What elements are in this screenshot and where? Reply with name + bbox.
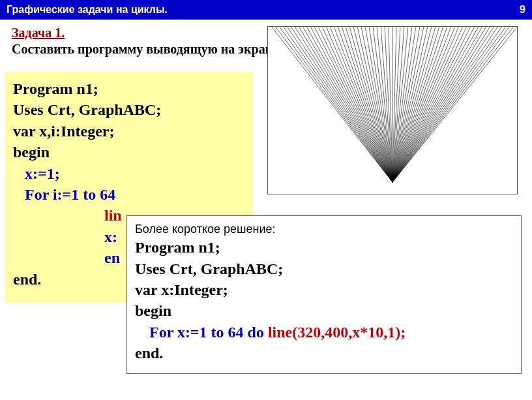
code-line: begin	[135, 300, 513, 321]
code-fragment: For i:=1 to 64	[25, 186, 115, 203]
svg-line-50	[392, 27, 466, 183]
svg-line-10	[311, 27, 392, 183]
code-line: Program n1;	[135, 237, 513, 258]
code-line: begin	[13, 142, 245, 162]
shorter-solution-caption: Более короткое решение:	[135, 221, 513, 237]
svg-line-52	[392, 27, 474, 183]
fan-svg	[268, 27, 517, 194]
svg-line-47	[392, 27, 455, 183]
svg-line-62	[392, 27, 513, 183]
code-line: Uses Crt, GraphABC;	[13, 99, 245, 120]
svg-line-7	[299, 27, 392, 183]
svg-line-6	[295, 27, 392, 183]
svg-line-17	[338, 27, 392, 183]
code-line: x:=1;	[13, 163, 245, 184]
code-line: end.	[135, 343, 513, 363]
svg-line-0	[272, 27, 392, 183]
code-block-2: Более короткое решение: Program n1; Uses…	[126, 215, 522, 374]
code-line: For i:=1 to 64	[13, 184, 245, 205]
svg-line-63	[392, 27, 517, 183]
page-header: Графические задачи на циклы. 9	[0, 0, 532, 20]
code-line: Program n1;	[13, 78, 245, 99]
code-line: Uses Crt, GraphABC;	[135, 258, 513, 279]
svg-line-56	[392, 27, 490, 183]
svg-line-46	[392, 27, 451, 183]
svg-line-5	[291, 27, 392, 183]
svg-line-55	[392, 27, 486, 183]
task-number: Задача 1.	[12, 25, 65, 40]
svg-line-13	[323, 27, 392, 183]
code-line: For x:=1 to 64 do line(320,400,x*10,1);	[135, 322, 513, 343]
code-line: var x,i:Integer;	[13, 121, 245, 142]
svg-line-16	[334, 27, 392, 183]
svg-line-45	[392, 27, 447, 183]
svg-line-57	[392, 27, 494, 183]
svg-line-49	[392, 27, 462, 183]
output-graphic	[267, 26, 518, 194]
code-line: var x:Integer;	[135, 279, 513, 300]
page-number: 9	[520, 4, 525, 16]
svg-line-15	[331, 27, 393, 183]
code-fragment: line(320,400,x*10,1);	[268, 324, 406, 341]
header-title: Графические задачи на циклы.	[7, 4, 168, 16]
svg-line-12	[319, 27, 392, 183]
code-fragment: For x:=1 to 64 do	[149, 324, 268, 341]
